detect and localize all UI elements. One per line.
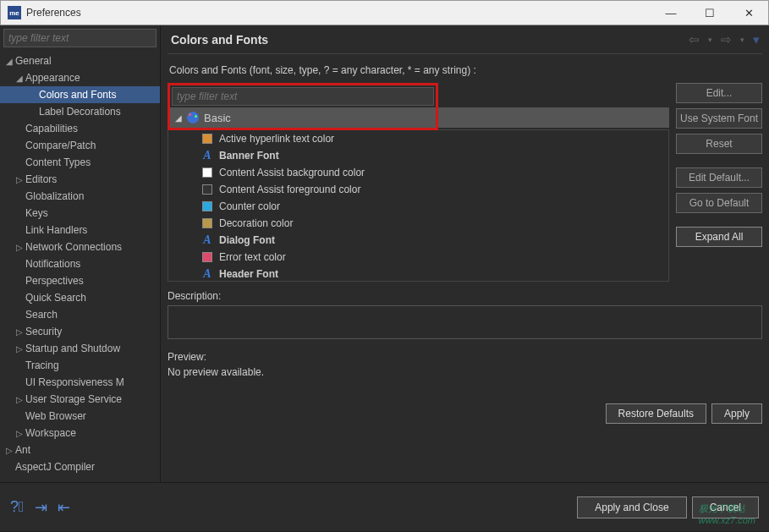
tree-item[interactable]: ▷Startup and Shutdow (0, 340, 160, 357)
arrow-icon: ▷ (14, 429, 25, 438)
tree-item[interactable]: Keys (0, 205, 160, 222)
tree-item[interactable]: Link Handlers (0, 222, 160, 239)
tree-item[interactable]: ▷Editors (0, 171, 160, 188)
back-menu-icon[interactable]: ▾ (706, 34, 715, 46)
tree-item[interactable]: Tracing (0, 357, 160, 374)
tree-item[interactable]: Globalization (0, 188, 160, 205)
tree-item[interactable]: Colors and Fonts (0, 86, 160, 103)
font-item-label: Error text color (219, 251, 286, 263)
back-icon[interactable]: ⇦ (686, 30, 702, 49)
basic-category-row[interactable]: ◢ Basic (170, 107, 436, 128)
tree-item-label: Notifications (25, 258, 80, 270)
tree-item[interactable]: ▷Security (0, 323, 160, 340)
font-item[interactable]: Decoration color (168, 215, 668, 232)
help-icon[interactable]: ?⃝ (10, 498, 25, 517)
color-swatch-icon (202, 218, 212, 228)
arrow-icon: ▷ (14, 175, 25, 184)
forward-menu-icon[interactable]: ▾ (738, 34, 747, 46)
font-item-label: Content Assist background color (219, 167, 365, 178)
edit-button[interactable]: Edit... (676, 83, 762, 103)
tree-item-label: Quick Search (25, 292, 86, 304)
tree-item-label: Compare/Patch (25, 140, 96, 151)
sidebar: ◢General◢AppearanceColors and FontsLabel… (0, 25, 161, 482)
font-item[interactable]: ADialog Font (168, 232, 668, 249)
tree-item[interactable]: Perspectives (0, 272, 160, 289)
color-swatch-icon (202, 252, 212, 262)
font-item[interactable]: Error text color (168, 249, 668, 266)
footer: ?⃝ ⇥ ⇤ Apply and Close Cancel (0, 482, 769, 531)
expand-arrow-icon: ◢ (175, 113, 185, 123)
font-item[interactable]: Counter color (168, 198, 668, 215)
tree-item[interactable]: Label Decorations (0, 103, 160, 120)
tree-item[interactable]: ▷Workspace (0, 425, 160, 442)
tree-item[interactable]: Capabilities (0, 120, 160, 137)
tree-item-label: Colors and Fonts (39, 89, 116, 101)
close-button[interactable]: ✕ (729, 1, 768, 25)
edit-default-button[interactable]: Edit Default... (676, 167, 762, 188)
expand-all-button[interactable]: Expand All (676, 227, 762, 247)
tree-item[interactable]: ◢Appearance (0, 69, 160, 86)
apply-and-close-button[interactable]: Apply and Close (577, 496, 686, 518)
menu-icon[interactable]: ▾ (750, 30, 762, 49)
tree-item[interactable]: ▷Network Connections (0, 239, 160, 255)
tree-item-label: Globalization (25, 190, 84, 202)
tree-item-label: Search (25, 309, 58, 321)
font-tree-area: ◢ Basic Active hyperlink text colorABann… (168, 83, 669, 282)
tree-item[interactable]: UI Responsiveness M (0, 374, 160, 391)
font-item[interactable]: AHeader Font (168, 266, 668, 282)
tree-item[interactable]: Web Browser (0, 408, 160, 425)
font-item-label: Dialog Font (219, 234, 275, 246)
export-icon[interactable]: ⇤ (58, 498, 70, 517)
font-item[interactable]: Active hyperlink text color (168, 130, 668, 147)
tree-item[interactable]: Notifications (0, 255, 160, 272)
minimize-button[interactable]: — (651, 1, 690, 25)
forward-icon[interactable]: ⇨ (718, 30, 734, 49)
font-item[interactable]: Content Assist foreground color (168, 181, 668, 198)
tree-item-label: Content Types (25, 156, 91, 168)
tree-item[interactable]: Content Types (0, 154, 160, 171)
tree-item-label: Keys (25, 207, 48, 219)
tree-item[interactable]: ◢General (0, 52, 160, 69)
font-icon: A (202, 149, 212, 162)
color-swatch-icon (202, 134, 212, 144)
font-item-label: Banner Font (219, 150, 279, 162)
tree-item[interactable]: Quick Search (0, 289, 160, 306)
font-item-label: Active hyperlink text color (219, 133, 334, 145)
use-system-font-button[interactable]: Use System Font (676, 108, 762, 129)
tree-item-label: Security (25, 326, 62, 337)
font-item[interactable]: Content Assist background color (168, 164, 668, 181)
font-item-label: Header Font (219, 268, 278, 280)
tree-item-label: Label Decorations (39, 106, 121, 118)
maximize-button[interactable]: ☐ (690, 1, 729, 25)
titlebar: me Preferences — ☐ ✕ (0, 0, 769, 25)
reset-button[interactable]: Reset (676, 134, 762, 154)
font-item[interactable]: ABanner Font (168, 147, 668, 164)
tree-item[interactable]: ▷User Storage Service (0, 391, 160, 408)
restore-defaults-button[interactable]: Restore Defaults (606, 403, 706, 424)
tree-item[interactable]: Compare/Patch (0, 137, 160, 154)
highlight-box-top (168, 83, 438, 107)
tree-item[interactable]: ▷Ant (0, 442, 160, 458)
tree-item-label: Web Browser (25, 410, 86, 422)
import-icon[interactable]: ⇥ (35, 498, 47, 517)
font-item-list[interactable]: Active hyperlink text colorABanner FontC… (168, 129, 669, 282)
sidebar-filter-input[interactable] (3, 29, 157, 47)
arrow-icon: ◢ (3, 57, 15, 66)
tree-item[interactable]: AspectJ Compiler (0, 458, 160, 475)
tree-item-label: Tracing (25, 359, 59, 371)
tree-item-label: Capabilities (25, 123, 78, 134)
tree-item-label: Workspace (25, 427, 76, 439)
font-filter-input[interactable] (172, 87, 434, 106)
window-title: Preferences (26, 7, 651, 19)
preview-text: No preview available. (168, 366, 762, 378)
go-to-default-button[interactable]: Go to Default (676, 193, 762, 213)
preview-label: Preview: (168, 351, 762, 363)
tree-item-label: Network Connections (25, 241, 122, 253)
tree-item-label: AspectJ Compiler (15, 461, 95, 473)
apply-button[interactable]: Apply (711, 403, 762, 424)
app-icon: me (8, 6, 21, 19)
tree-item[interactable]: Search (0, 306, 160, 323)
font-item-label: Content Assist foreground color (219, 184, 360, 195)
preference-tree[interactable]: ◢General◢AppearanceColors and FontsLabel… (0, 51, 160, 482)
tree-item-label: Perspectives (25, 275, 84, 287)
